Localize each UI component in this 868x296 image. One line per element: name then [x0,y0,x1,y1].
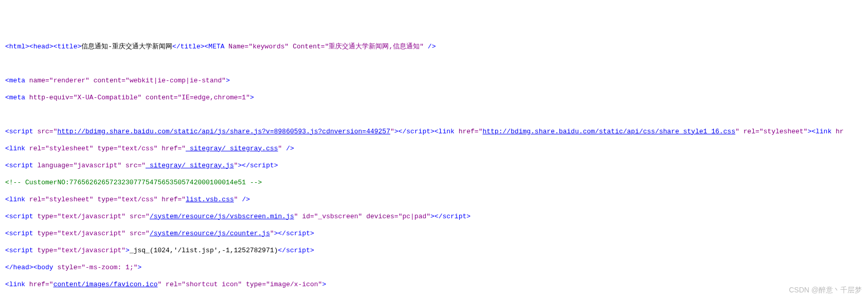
file-link[interactable]: list.vsb.css [186,196,234,203]
code-line[interactable] [5,60,868,68]
code-body[interactable]: <html><head><title>信息通知-重庆交通大学新闻网</title… [4,34,868,296]
file-link[interactable]: /system/resource/js/counter.js [150,230,270,237]
code-line[interactable]: <link rel="stylesheet" type="text/css" h… [5,145,868,153]
code-line[interactable]: <script type="text/javascript" src="/sys… [5,230,868,238]
code-line[interactable]: <!-- CustomerNO:776562626572323077754756… [5,179,868,187]
code-line[interactable] [5,111,868,119]
code-line[interactable]: <script type="text/javascript">_jsq_(102… [5,247,868,255]
code-line[interactable]: <script type="text/javascript" src="/sys… [5,213,868,221]
file-link[interactable]: content/images/favicon.ico [53,281,158,288]
file-link[interactable]: _sitegray/_sitegray.js [146,162,234,169]
file-link[interactable]: _sitegray/_sitegray.css [186,145,278,152]
code-line[interactable]: <script language="javascript" src="_site… [5,162,868,170]
code-line[interactable]: <html><head><title>信息通知-重庆交通大学新闻网</title… [5,43,868,51]
code-editor: <html><head><title>信息通知-重庆交通大学新闻网</title… [0,34,868,296]
watermark: CSDN @醉意丶千层梦 [789,286,862,294]
code-line[interactable]: <meta name="renderer" content="webkit|ie… [5,77,868,85]
file-link[interactable]: /system/resource/js/vsbscreen.min.js [150,213,294,220]
code-line[interactable]: <meta http-equiv="X-UA-Compatible" conte… [5,94,868,102]
code-line[interactable]: <link href="content/images/favicon.ico" … [5,281,868,289]
line-gutter [0,34,4,296]
external-link[interactable]: http://bdimg.share.baidu.com/static/api/… [482,128,735,135]
code-line[interactable]: </head><body style="-ms-zoom: 1;"> [5,264,868,272]
code-line[interactable]: <script src="http://bdimg.share.baidu.co… [5,128,868,136]
code-line[interactable]: <link rel="stylesheet" type="text/css" h… [5,196,868,204]
external-link[interactable]: http://bdimg.share.baidu.com/static/api/… [57,128,390,135]
